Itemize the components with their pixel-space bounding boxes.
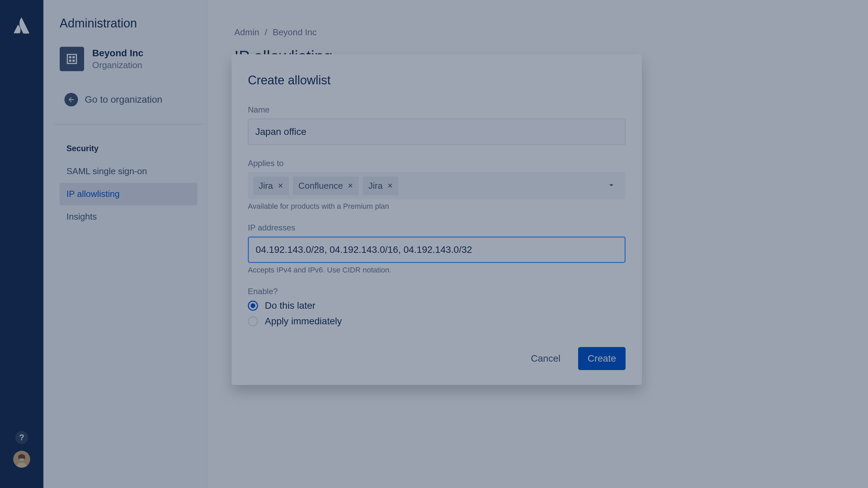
modal-overlay[interactable] [0, 0, 868, 488]
